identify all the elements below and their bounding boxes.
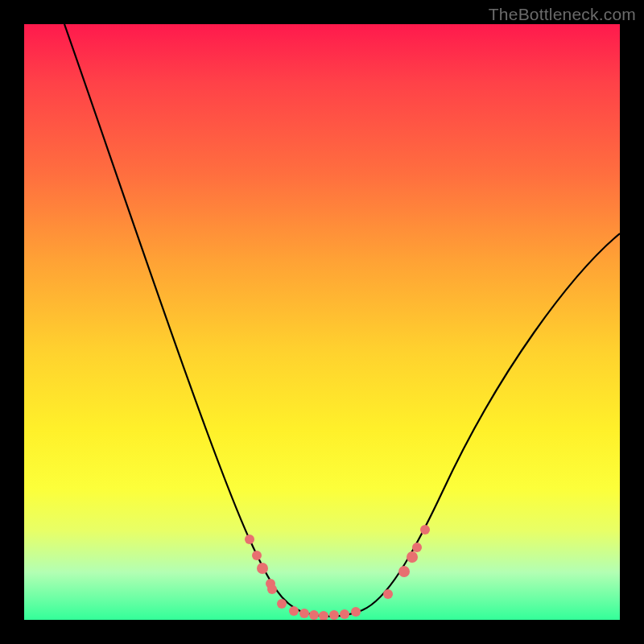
marker-dot [289,606,299,616]
plot-area [24,24,620,620]
marker-dot [277,599,287,609]
marker-dot [398,566,410,577]
marker-dot [252,551,262,560]
marker-group [245,525,430,620]
marker-dot [383,589,393,599]
marker-dot [329,610,339,620]
marker-dot [319,611,328,620]
marker-dot [340,609,349,619]
marker-dot [309,610,319,620]
marker-dot [407,551,418,563]
chart-svg [24,24,620,620]
marker-dot [412,543,422,552]
marker-dot [420,525,430,535]
marker-dot [299,609,309,618]
watermark-text: TheBottleneck.com [489,5,636,24]
marker-dot [351,607,361,617]
marker-dot [257,563,268,574]
bottleneck-curve [64,24,620,617]
marker-dot [245,535,254,544]
marker-dot [267,584,277,594]
